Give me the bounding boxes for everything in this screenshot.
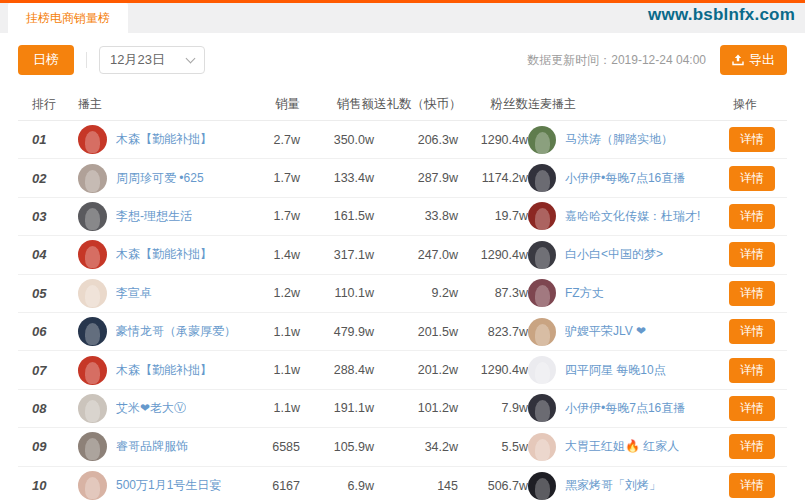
broadcaster-avatar[interactable] [78, 394, 107, 423]
cohost-name-link[interactable]: 四平阿星 每晚10点 [565, 362, 666, 379]
cohost-avatar[interactable] [528, 126, 556, 154]
sales-amount-value: 288.4w [300, 363, 374, 377]
broadcaster-avatar[interactable] [78, 279, 107, 308]
detail-button[interactable]: 详情 [729, 358, 775, 383]
update-time-label: 数据更新时间： [527, 53, 611, 67]
cohost-avatar[interactable] [528, 202, 556, 230]
rank-label: 06 [32, 324, 46, 339]
cohost-avatar[interactable] [528, 472, 556, 500]
broadcaster-name-link[interactable]: 木森【勤能补拙】 [116, 131, 212, 148]
fans-value: 7.9w [458, 401, 528, 415]
broadcaster-name-link[interactable]: 500万1月1号生日宴 [116, 477, 221, 494]
sales-amount-value: 161.5w [300, 209, 374, 223]
broadcaster-avatar[interactable] [78, 471, 107, 500]
cohost-name-link[interactable]: 驴嫂平荣JLV ❤ [565, 323, 646, 340]
sales-amount-value: 110.1w [300, 286, 374, 300]
cohost-avatar[interactable] [528, 356, 556, 384]
toolbar: 日榜 12月23日 数据更新时间：2019-12-24 04:00 导出 [0, 33, 805, 85]
gifts-value: 9.2w [374, 286, 458, 300]
detail-button[interactable]: 详情 [729, 204, 775, 229]
col-header-action: 操作 [703, 96, 787, 113]
sales-amount-value: 133.4w [300, 171, 374, 185]
daily-rank-button[interactable]: 日榜 [18, 45, 74, 75]
sales-value: 2.7w [238, 133, 300, 147]
broadcaster-name-link[interactable]: 睿哥品牌服饰 [116, 438, 188, 455]
col-header-rank: 排行 [18, 96, 78, 113]
broadcaster-name-link[interactable]: 豪情龙哥（承蒙厚爱） [116, 323, 236, 340]
table-header-row: 排行 播主 销量 销售额 送礼数（快币） 粉丝数 连麦播主 操作 [18, 89, 787, 121]
broadcaster-name-link[interactable]: 李宣卓 [116, 285, 152, 302]
detail-button[interactable]: 详情 [729, 166, 775, 191]
detail-button[interactable]: 详情 [729, 127, 775, 152]
broadcaster-avatar[interactable] [78, 202, 107, 231]
fans-value: 823.7w [458, 325, 528, 339]
cohost-avatar[interactable] [528, 164, 556, 192]
broadcaster-name-link[interactable]: 周周珍可爱 •625 [116, 170, 204, 187]
rank-label: 09 [32, 439, 46, 454]
cohost-avatar[interactable] [528, 394, 556, 422]
cohost-name-link[interactable]: 马洪涛（脚踏实地） [565, 131, 673, 148]
detail-button[interactable]: 详情 [729, 473, 775, 498]
sales-value: 1.4w [238, 248, 300, 262]
ranking-table: 排行 播主 销量 销售额 送礼数（快币） 粉丝数 连麦播主 操作 01 木森【勤… [0, 89, 805, 500]
sales-amount-value: 317.1w [300, 248, 374, 262]
export-icon [732, 54, 744, 66]
fans-value: 19.7w [458, 209, 528, 223]
fans-value: 87.3w [458, 286, 528, 300]
cohost-name-link[interactable]: 小伊伊•每晚7点16直播 [565, 170, 685, 187]
broadcaster-avatar[interactable] [78, 125, 107, 154]
date-dropdown-value: 12月23日 [110, 51, 165, 69]
gifts-value: 33.8w [374, 209, 458, 223]
broadcaster-name-link[interactable]: 木森【勤能补拙】 [116, 362, 212, 379]
fans-value: 1174.2w [458, 171, 528, 185]
cohost-name-link[interactable]: 嘉哈哈文化传媒：杜瑞才! [565, 208, 700, 225]
broadcaster-avatar[interactable] [78, 432, 107, 461]
broadcaster-name-link[interactable]: 艾米❤老大Ⓥ [116, 400, 186, 417]
table-row: 06 豪情龙哥（承蒙厚爱） 1.1w 479.9w 201.5w 823.7w … [18, 313, 787, 351]
detail-button[interactable]: 详情 [729, 434, 775, 459]
sales-value: 1.2w [238, 286, 300, 300]
col-header-sales-amount: 销售额 [300, 96, 374, 113]
detail-button[interactable]: 详情 [729, 281, 775, 306]
broadcaster-avatar[interactable] [78, 240, 107, 269]
tab-ecommerce-sales-ranking[interactable]: 挂榜电商销量榜 [8, 3, 128, 33]
sales-amount-value: 350.0w [300, 133, 374, 147]
cohost-name-link[interactable]: FZ方丈 [565, 285, 604, 302]
cohost-avatar[interactable] [528, 318, 556, 346]
gifts-value: 201.5w [374, 325, 458, 339]
cohost-avatar[interactable] [528, 433, 556, 461]
toolbar-divider [86, 52, 87, 68]
broadcaster-name-link[interactable]: 木森【勤能补拙】 [116, 246, 212, 263]
broadcaster-name-link[interactable]: 李想-理想生活 [116, 208, 192, 225]
sales-value: 1.1w [238, 325, 300, 339]
broadcaster-avatar[interactable] [78, 164, 107, 193]
detail-button[interactable]: 详情 [729, 319, 775, 344]
fans-value: 506.7w [458, 479, 528, 493]
rank-label: 03 [32, 209, 46, 224]
cohost-avatar[interactable] [528, 241, 556, 269]
sales-value: 1.7w [238, 171, 300, 185]
cohost-name-link[interactable]: 黑家烤哥「刘烤」 [565, 477, 661, 494]
table-body: 01 木森【勤能补拙】 2.7w 350.0w 206.3w 1290.4w 马… [18, 121, 787, 500]
detail-button[interactable]: 详情 [729, 242, 775, 267]
fans-value: 5.5w [458, 440, 528, 454]
cohost-avatar[interactable] [528, 279, 556, 307]
table-row: 04 木森【勤能补拙】 1.4w 317.1w 247.0w 1290.4w 白… [18, 236, 787, 274]
broadcaster-avatar[interactable] [78, 317, 107, 346]
table-row: 03 李想-理想生活 1.7w 161.5w 33.8w 19.7w 嘉哈哈文化… [18, 198, 787, 236]
fans-value: 1290.4w [458, 248, 528, 262]
gifts-value: 34.2w [374, 440, 458, 454]
export-button[interactable]: 导出 [720, 45, 787, 75]
table-row: 08 艾米❤老大Ⓥ 1.1w 191.1w 101.2w 7.9w 小伊伊•每晚… [18, 390, 787, 428]
detail-button[interactable]: 详情 [729, 396, 775, 421]
date-dropdown[interactable]: 12月23日 [99, 46, 205, 74]
col-header-cohost: 连麦播主 [528, 96, 703, 113]
broadcaster-avatar[interactable] [78, 356, 107, 385]
cohost-name-link[interactable]: 小伊伊•每晚7点16直播 [565, 400, 685, 417]
cohost-name-link[interactable]: 大胃王红姐🔥 红家人 [565, 438, 679, 455]
fans-value: 1290.4w [458, 133, 528, 147]
cohost-name-link[interactable]: 白小白<中国的梦> [565, 246, 663, 263]
col-header-fans: 粉丝数 [458, 96, 528, 113]
rank-label: 04 [32, 247, 46, 262]
col-header-broadcaster: 播主 [78, 96, 238, 113]
